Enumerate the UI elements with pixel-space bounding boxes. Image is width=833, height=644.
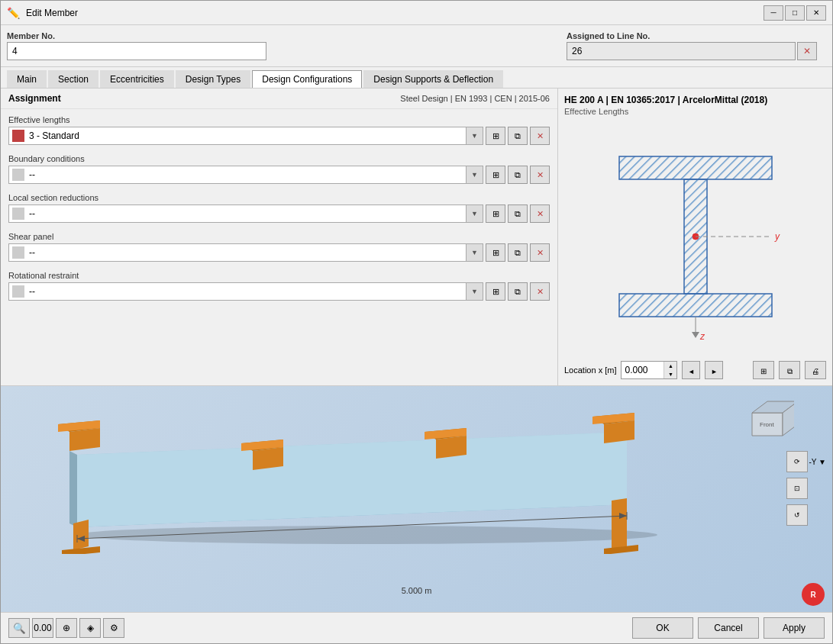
boundary-conditions-arrow: ▼	[466, 166, 483, 183]
maximize-icon: □	[793, 8, 797, 17]
minimize-button[interactable]: ─	[764, 5, 783, 21]
shear-panel-select[interactable]: -- ▼	[8, 243, 483, 262]
local-section-reductions-edit-btn[interactable]: ⊞	[486, 204, 505, 223]
toolbar-settings-btn[interactable]: ⚙	[103, 618, 124, 638]
effective-lengths-delete-btn[interactable]: ✕	[530, 127, 550, 145]
view-reset-btn[interactable]: ↺	[786, 504, 808, 526]
edit-icon-3: ⊞	[492, 209, 499, 219]
rotational-restraint-label: Rotational restraint	[8, 271, 550, 280]
svg-text:Front: Front	[760, 421, 774, 428]
effective-lengths-row: Effective lengths 3 - Standard ▼ ⊞	[8, 115, 550, 145]
location-input[interactable]	[622, 363, 663, 377]
view-rotate-btn[interactable]: ⟳	[786, 451, 808, 472]
member-no-input[interactable]	[7, 42, 266, 60]
local-section-reductions-select[interactable]: -- ▼	[8, 204, 483, 223]
window-controls: ─ □ ✕	[764, 5, 826, 21]
copy-icon-2: ⧉	[515, 170, 521, 180]
line-no-label: Assigned to Line No.	[567, 31, 826, 40]
view-options-btn2[interactable]: ⧉	[779, 361, 800, 379]
line-no-input[interactable]	[567, 42, 796, 60]
local-section-reductions-delete-btn[interactable]: ✕	[530, 204, 550, 223]
toolbar-nav-btn[interactable]: ⊕	[56, 618, 77, 638]
view-toggle-btn[interactable]: ⊡	[786, 478, 808, 499]
close-button[interactable]: ✕	[806, 5, 826, 21]
view-control-row1: ⟳ -Y ▼	[786, 451, 827, 472]
boundary-conditions-edit-btn[interactable]: ⊞	[486, 166, 505, 184]
line-no-nav-button[interactable]: ✕	[797, 42, 817, 60]
cancel-button[interactable]: Cancel	[698, 617, 759, 639]
tab-eccentricities[interactable]: Eccentricities	[100, 70, 174, 88]
svg-marker-18	[73, 520, 89, 550]
y-axis-label: -Y ▼	[809, 451, 827, 472]
rotational-restraint-copy-btn[interactable]: ⧉	[508, 282, 528, 301]
view-icon-1: ⊞	[760, 367, 767, 375]
location-down-btn[interactable]: ▼	[664, 370, 676, 378]
local-section-reductions-copy-btn[interactable]: ⧉	[508, 204, 528, 223]
apply-button[interactable]: Apply	[764, 617, 825, 639]
title-bar: ✏️ Edit Member ─ □ ✕	[1, 1, 832, 25]
rfem-logo: R	[802, 583, 825, 606]
svg-marker-8	[692, 332, 699, 338]
search-icon: 🔍	[13, 623, 26, 634]
rotate-icon: ⟳	[794, 458, 800, 465]
local-section-reductions-color	[12, 208, 24, 220]
tab-design-types[interactable]: Design Types	[176, 70, 251, 88]
boundary-conditions-label: Boundary conditions	[8, 154, 550, 163]
beam-length-label: 5.000 m	[402, 586, 432, 595]
ok-button[interactable]: OK	[632, 617, 693, 639]
maximize-button[interactable]: □	[785, 5, 805, 21]
local-section-reductions-arrow: ▼	[466, 205, 483, 222]
reset-icon: ↺	[794, 511, 800, 519]
toolbar-filter-btn[interactable]: ◈	[79, 618, 101, 638]
rotational-restraint-select[interactable]: -- ▼	[8, 282, 483, 301]
copy-icon: ⧉	[515, 131, 521, 141]
boundary-conditions-row: Boundary conditions -- ▼ ⊞	[8, 154, 550, 184]
view-icon-2: ⧉	[787, 367, 793, 375]
effective-lengths-copy-btn[interactable]: ⧉	[508, 127, 528, 145]
assignment-header: Assignment Steel Design | EN 1993 | CEN …	[1, 89, 557, 109]
bottom-toolbar: 🔍 0.00 ⊕ ◈ ⚙	[8, 618, 628, 638]
svg-rect-1	[619, 156, 772, 179]
effective-lengths-select[interactable]: 3 - Standard ▼	[8, 127, 483, 145]
print-icon: 🖨	[812, 367, 819, 375]
rotational-restraint-value: --	[27, 286, 466, 297]
view-options-btn1[interactable]: ⊞	[753, 361, 774, 379]
location-next-btn[interactable]: ►	[705, 361, 723, 379]
svg-text:z: z	[699, 331, 705, 342]
prev-icon: ◄	[688, 368, 695, 375]
shear-panel-copy-btn[interactable]: ⧉	[508, 243, 528, 262]
boundary-conditions-copy-btn[interactable]: ⧉	[508, 166, 528, 184]
section-view-subtitle: Effective Lengths	[564, 107, 826, 116]
main-window: ✏️ Edit Member ─ □ ✕ Member No. Assigned…	[0, 0, 833, 644]
boundary-conditions-select[interactable]: -- ▼	[8, 166, 483, 184]
tab-section[interactable]: Section	[48, 70, 98, 88]
tab-design-supports[interactable]: Design Supports & Deflection	[363, 70, 503, 88]
boundary-conditions-value: --	[27, 169, 466, 180]
boundary-conditions-delete-btn[interactable]: ✕	[530, 166, 550, 184]
svg-marker-15	[69, 428, 100, 451]
toggle-icon: ⊡	[794, 485, 800, 492]
copy-icon-5: ⧉	[515, 287, 521, 297]
effective-lengths-value: 3 - Standard	[27, 130, 466, 141]
rotational-restraint-controls: -- ▼ ⊞ ⧉ ✕	[8, 282, 550, 301]
tab-design-configurations[interactable]: Design Configurations	[252, 70, 362, 88]
local-section-reductions-controls: -- ▼ ⊞ ⧉ ✕	[8, 204, 550, 223]
rotational-restraint-edit-btn[interactable]: ⊞	[486, 282, 505, 301]
view-control-row2: ⊡	[786, 478, 827, 499]
svg-marker-14	[69, 451, 77, 527]
toolbar-ruler-btn[interactable]: 0.00	[32, 618, 53, 638]
edit-icon-2: ⊞	[492, 170, 499, 180]
rotational-restraint-delete-btn[interactable]: ✕	[530, 282, 550, 301]
window-icon: ✏️	[7, 7, 20, 19]
delete-icon-2: ✕	[537, 170, 544, 180]
location-up-btn[interactable]: ▲	[664, 362, 676, 370]
rotational-restraint-arrow: ▼	[466, 283, 483, 300]
line-no-nav-icon: ✕	[803, 46, 811, 56]
tab-main[interactable]: Main	[7, 70, 47, 88]
toolbar-search-btn[interactable]: 🔍	[8, 618, 30, 638]
effective-lengths-edit-btn[interactable]: ⊞	[486, 127, 505, 145]
shear-panel-delete-btn[interactable]: ✕	[530, 243, 550, 262]
location-prev-btn[interactable]: ◄	[682, 361, 700, 379]
shear-panel-edit-btn[interactable]: ⊞	[486, 243, 505, 262]
view-options-btn3[interactable]: 🖨	[805, 361, 826, 379]
